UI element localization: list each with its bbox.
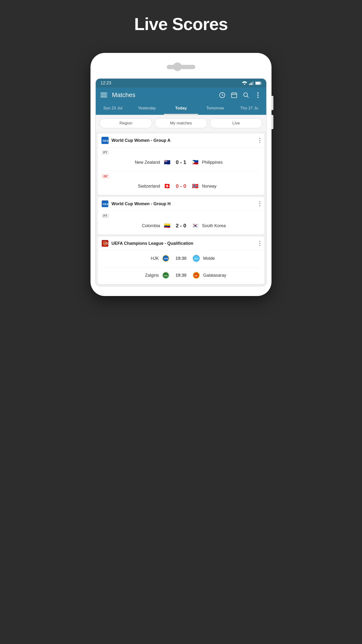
group-header-a: FIFA World Cup Women - Group A xyxy=(98,134,264,148)
hamburger-menu-button[interactable] xyxy=(100,93,107,97)
match-row-nz-ph: FT New Zealand 🇳🇿 0 - 1 🇵🇭 Philippines xyxy=(98,148,264,171)
tab-today[interactable]: Today xyxy=(164,102,198,115)
group-header-left-a: FIFA World Cup Women - Group A xyxy=(101,137,171,144)
match-content-swi-nor[interactable]: Switzerland 🇨🇭 0 - 0 🇳🇴 Norway xyxy=(101,181,261,192)
league-icon-fifa: FIFA xyxy=(101,137,109,144)
score-col-kor: 2 - 0 xyxy=(174,222,188,229)
live-filter-button[interactable]: Live xyxy=(210,118,263,128)
phone-screen: 12:23 xyxy=(95,78,267,286)
tab-thu-27[interactable]: Thu 27 Ju xyxy=(232,102,266,115)
status-time: 12:23 xyxy=(100,80,111,86)
battery-icon xyxy=(255,82,262,85)
match-content-col-kor[interactable]: Colombia 🇨🇴 2 - 0 🇰🇷 South Korea xyxy=(101,220,261,232)
status-bar: 12:23 xyxy=(96,79,266,88)
svg-rect-0 xyxy=(249,84,250,85)
svg-text:ZAL: ZAL xyxy=(164,274,168,277)
wifi-icon xyxy=(242,81,247,85)
svg-text:UCL: UCL xyxy=(104,242,108,245)
home-team-nz: New Zealand xyxy=(101,160,160,165)
away-flag-nor: 🇳🇴 xyxy=(191,182,199,190)
svg-rect-5 xyxy=(256,82,260,84)
group-header-ucl: UCL UEFA Champions League - Qualificatio… xyxy=(98,236,264,250)
match-row-col-kor: FT Colombia 🇨🇴 2 - 0 🇰🇷 South Korea xyxy=(98,211,264,234)
league-name-ucl: UEFA Champions League - Qualification xyxy=(111,241,193,246)
svg-point-12 xyxy=(258,96,259,98)
svg-point-10 xyxy=(258,92,259,94)
match-status-col-kor: FT xyxy=(101,213,109,218)
home-team-zalgiris: Zalgiris xyxy=(101,273,159,278)
earpiece xyxy=(167,65,195,69)
svg-text:HJK: HJK xyxy=(164,258,169,260)
header-right xyxy=(219,92,262,99)
content-area: FIFA World Cup Women - Group A xyxy=(96,132,266,286)
svg-point-26 xyxy=(259,241,260,242)
group-more-options-h[interactable] xyxy=(259,201,261,206)
svg-point-16 xyxy=(259,140,260,141)
league-icon-fifa-h: FIFA xyxy=(101,200,109,207)
app-title: Matches xyxy=(112,91,135,99)
svg-text:MLD: MLD xyxy=(194,258,199,260)
match-time-hjk-molde: 19:30 xyxy=(173,256,189,261)
region-filter-button[interactable]: Region xyxy=(99,118,152,128)
svg-text:FIFA: FIFA xyxy=(103,203,108,206)
svg-point-20 xyxy=(259,201,260,202)
match-status-nz-ph: FT xyxy=(101,150,109,155)
filter-row: Region My matches Live xyxy=(96,115,266,132)
away-badge-molde: MLD xyxy=(192,254,200,262)
volume-up-button[interactable] xyxy=(272,96,273,110)
group-more-options-a[interactable] xyxy=(259,138,261,143)
score-swi-nor: 0 - 0 xyxy=(174,183,188,189)
away-team-gala: Galatasaray xyxy=(203,273,261,278)
home-flag-col: 🇨🇴 xyxy=(163,222,171,230)
match-group-world-cup-women-h: FIFA World Cup Women - Group H xyxy=(98,197,264,234)
away-team-molde: Molde xyxy=(203,256,261,261)
clock-button[interactable] xyxy=(219,92,226,99)
match-content-hjk-molde[interactable]: HJK HJK 19:30 MLD xyxy=(101,253,261,265)
my-matches-filter-button[interactable]: My matches xyxy=(155,118,207,128)
home-badge-zalgiris: ZAL xyxy=(162,271,170,279)
svg-rect-3 xyxy=(253,81,253,85)
svg-point-27 xyxy=(259,243,260,244)
volume-down-button[interactable] xyxy=(272,115,273,129)
league-icon-ucl: UCL xyxy=(101,240,109,247)
match-content-zalgiris-gala[interactable]: Zalgiris ZAL 19:30 GS xyxy=(101,270,261,282)
league-name-group-h: World Cup Women - Group H xyxy=(111,202,171,206)
match-row-swi-nor: 29' Switzerland 🇨🇭 0 - 0 🇳🇴 Norway xyxy=(98,171,264,195)
svg-point-21 xyxy=(259,203,260,204)
svg-point-22 xyxy=(259,205,260,206)
group-header-h: FIFA World Cup Women - Group H xyxy=(98,197,264,211)
match-group-ucl-qual: UCL UEFA Champions League - Qualificatio… xyxy=(98,236,264,284)
away-flag-ph: 🇵🇭 xyxy=(191,158,199,166)
home-team-col: Colombia xyxy=(101,223,160,228)
tab-yesterday[interactable]: Yesterday xyxy=(130,102,164,115)
svg-rect-1 xyxy=(250,83,251,85)
status-icons xyxy=(242,81,262,85)
match-group-world-cup-women-a: FIFA World Cup Women - Group A xyxy=(98,134,264,195)
match-content-nz-ph[interactable]: New Zealand 🇳🇿 0 - 1 🇵🇭 Philippines xyxy=(101,157,261,169)
away-team-nor: Norway xyxy=(202,184,261,189)
search-button[interactable] xyxy=(242,92,250,99)
calendar-button[interactable] xyxy=(231,92,238,99)
more-options-button[interactable] xyxy=(254,92,262,99)
away-flag-kor: 🇰🇷 xyxy=(191,222,199,230)
home-flag-swi: 🇨🇭 xyxy=(163,182,171,190)
svg-rect-2 xyxy=(252,82,252,85)
away-team-ph: Philippines xyxy=(202,160,261,165)
tab-tomorrow[interactable]: Tomorrow xyxy=(198,102,232,115)
phone-frame: 12:23 xyxy=(90,53,272,296)
svg-point-15 xyxy=(259,138,260,139)
home-badge-hjk: HJK xyxy=(162,254,170,262)
home-team-swi: Switzerland xyxy=(101,184,160,189)
group-header-left-h: FIFA World Cup Women - Group H xyxy=(101,200,171,207)
score-nz-ph: 0 - 1 xyxy=(174,159,188,166)
svg-rect-8 xyxy=(232,93,237,98)
svg-point-11 xyxy=(258,94,259,96)
svg-text:FIFA: FIFA xyxy=(103,140,108,142)
home-flag-nz: 🇳🇿 xyxy=(163,158,171,166)
header-left: Matches xyxy=(100,91,135,99)
group-header-left-ucl: UCL UEFA Champions League - Qualificatio… xyxy=(101,240,193,247)
match-row-hjk-molde: HJK HJK 19:30 MLD xyxy=(98,250,264,267)
app-header: Matches xyxy=(96,88,266,102)
group-more-options-ucl[interactable] xyxy=(259,241,261,246)
tab-sun-23-jul[interactable]: Sun 23 Jul xyxy=(96,102,130,115)
